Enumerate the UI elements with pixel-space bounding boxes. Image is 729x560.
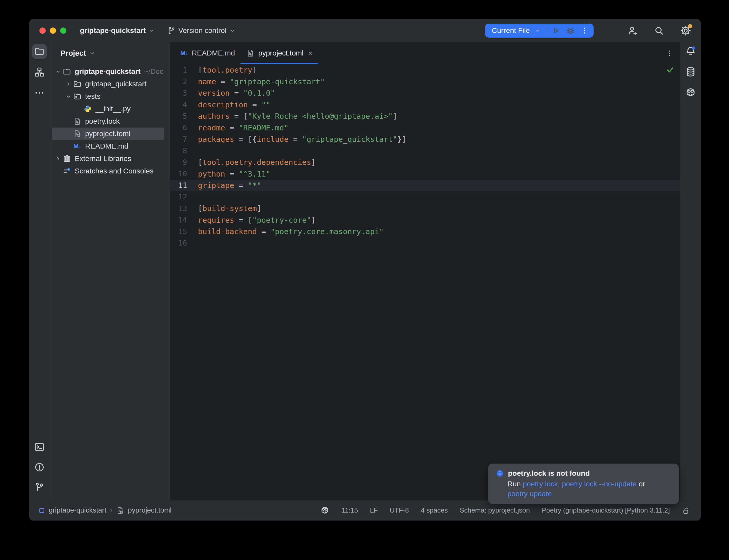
chevron-right-icon[interactable]: [64, 81, 73, 87]
editor-tab-pyproject-toml[interactable]: [T]pyproject.toml×: [240, 42, 318, 64]
editor-tab-readme-md[interactable]: M↓README.md: [175, 42, 240, 64]
status-python-interpreter[interactable]: Poetry (griptape-quickstart) [Python 3.1…: [542, 506, 670, 514]
code-line-15[interactable]: 15build-backend = "poetry.core.masonry.a…: [170, 226, 680, 237]
unlock-icon[interactable]: [682, 506, 691, 515]
code-text: description = "": [196, 100, 270, 109]
tool-strip-button-notifications-bell[interactable]: [683, 44, 698, 58]
tool-strip-button-problems[interactable]: [32, 460, 47, 474]
tree-item-external-libraries[interactable]: External Libraries: [52, 152, 164, 165]
notification-title: poetry.lock is not found: [508, 469, 590, 478]
code-line-8[interactable]: 8: [170, 145, 680, 157]
toml-icon: [T]: [73, 117, 81, 125]
notification-popup[interactable]: poetry.lock is not found Run poetry lock…: [488, 464, 679, 504]
project-selector[interactable]: griptape-quickstart: [80, 26, 155, 35]
tool-strip-button-version-control[interactable]: [32, 480, 47, 495]
line-number: 11: [170, 181, 196, 190]
toml-icon: [T]: [246, 49, 254, 57]
code-line-14[interactable]: 14requires = ["poetry-core"]: [170, 214, 680, 226]
code-text: build-backend = "poetry.core.masonry.api…: [196, 227, 384, 236]
code-line-7[interactable]: 7packages = [{include = "griptape_quicks…: [170, 134, 680, 145]
tree-item--init-py[interactable]: __init__.py: [52, 103, 164, 115]
breadcrumb-item[interactable]: griptape-quickstart: [49, 506, 106, 514]
code-line-13[interactable]: 13[build-system]: [170, 203, 680, 214]
tool-strip-button-terminal[interactable]: [32, 440, 47, 454]
project-folder-icon: [34, 46, 45, 57]
code-line-9[interactable]: 9[tool.poetry.dependencies]: [170, 157, 680, 168]
divider: [546, 26, 546, 35]
status-widgets: 11:15LFUTF-84 spacesSchema: pyproject.js…: [320, 506, 691, 515]
search-icon[interactable]: [653, 25, 665, 36]
close-window-button[interactable]: [39, 27, 46, 34]
debug-icon[interactable]: [566, 26, 575, 36]
tool-strip-button-project-folder[interactable]: [32, 44, 47, 59]
vcs-selector[interactable]: Version control: [167, 26, 236, 35]
code-line-11[interactable]: 11griptape = "*": [170, 180, 680, 191]
code-line-6[interactable]: 6readme = "README.md": [170, 122, 680, 134]
tab-options-icon[interactable]: [665, 49, 673, 57]
chevron-right-icon[interactable]: [54, 155, 62, 162]
status-indent-style[interactable]: 4 spaces: [421, 506, 448, 514]
notifications-bell-icon: [685, 45, 696, 57]
status-file-encoding[interactable]: UTF-8: [390, 506, 409, 514]
line-number: 12: [170, 193, 196, 201]
code-line-2[interactable]: 2name = "griptape-quickstart": [170, 76, 680, 88]
breadcrumb-item[interactable]: pyproject.toml: [128, 506, 171, 514]
desktop-background: griptape-quickstart Version control Curr…: [0, 0, 729, 560]
play-icon[interactable]: [551, 26, 561, 36]
notification-link[interactable]: poetry update: [508, 490, 552, 498]
svg-text:[T]: [T]: [78, 122, 80, 124]
copilot-icon[interactable]: [320, 506, 330, 515]
code-text: packages = [{include = "griptape_quickst…: [196, 135, 406, 144]
status-caret-position[interactable]: 11:15: [342, 506, 358, 514]
settings-gear-icon[interactable]: [680, 25, 692, 37]
package-icon: [73, 92, 82, 101]
markdown-icon: M↓: [180, 50, 188, 57]
tree-item-scratches-and-consoles[interactable]: Scratches and Consoles: [52, 165, 164, 177]
tree-item-poetry-lock[interactable]: [T]poetry.lock: [52, 115, 164, 128]
notification-link[interactable]: poetry lock --no-update: [562, 480, 637, 488]
chevron-down-icon[interactable]: [64, 93, 73, 100]
code-text: name = "griptape-quickstart": [196, 77, 325, 86]
tree-item-griptape-quickstart[interactable]: griptape-quickstart~/Docume: [52, 65, 164, 78]
close-tab-icon[interactable]: ×: [308, 49, 313, 58]
tree-item-pyproject-toml[interactable]: [T]pyproject.toml: [52, 128, 164, 140]
tree-item-label: poetry.lock: [85, 117, 120, 125]
project-panel-title: Project: [60, 49, 86, 58]
code-line-3[interactable]: 3version = "0.1.0": [170, 87, 680, 99]
notification-link[interactable]: poetry lock: [523, 480, 558, 488]
tool-strip-button-ai-assistant[interactable]: [683, 85, 698, 100]
right-tool-strip: [680, 42, 701, 500]
tree-item-griptape-quickstart[interactable]: griptape_quickstart: [52, 78, 164, 90]
code-line-16[interactable]: 16: [170, 237, 680, 249]
ide-window: griptape-quickstart Version control Curr…: [29, 19, 701, 521]
tool-strip-button-database[interactable]: [683, 65, 698, 79]
zoom-window-button[interactable]: [60, 27, 66, 34]
problems-icon: [34, 462, 45, 473]
code-line-1[interactable]: 1[tool.poetry]: [170, 64, 680, 76]
chevron-down-icon[interactable]: [54, 68, 62, 75]
breadcrumb[interactable]: griptape-quickstart›[T]pyproject.toml: [38, 506, 171, 515]
more-vertical-icon[interactable]: [580, 26, 589, 35]
tool-strip-button-structure[interactable]: [32, 65, 47, 79]
notification-text: or: [637, 480, 645, 488]
code-line-12[interactable]: 12: [170, 191, 680, 203]
code-line-5[interactable]: 5authors = ["Kyle Roche <hello@griptape.…: [170, 110, 680, 122]
line-number: 3: [170, 89, 196, 97]
code-text: readme = "README.md": [196, 123, 288, 132]
status-json-schema[interactable]: Schema: pyproject.json: [460, 506, 530, 514]
notification-text: Run: [508, 480, 523, 488]
tool-strip-button-more[interactable]: [32, 86, 47, 100]
tree-item-readme-md[interactable]: M↓README.md: [52, 140, 164, 152]
code-line-10[interactable]: 10python = "^3.11": [170, 168, 680, 180]
code-line-4[interactable]: 4description = "": [170, 99, 680, 111]
add-user-icon[interactable]: [627, 25, 638, 36]
structure-icon: [34, 67, 45, 78]
run-configuration-widget[interactable]: Current File: [485, 24, 594, 38]
notification-body: Run poetry lock, poetry lock --no-update…: [508, 479, 671, 499]
code-editor[interactable]: 1[tool.poetry]2name = "griptape-quicksta…: [170, 64, 680, 500]
inspections-ok-icon[interactable]: [666, 66, 674, 74]
minimize-window-button[interactable]: [50, 27, 56, 34]
project-panel-header[interactable]: Project: [50, 42, 170, 64]
tree-item-tests[interactable]: tests: [52, 90, 164, 103]
status-line-separator[interactable]: LF: [370, 506, 378, 514]
